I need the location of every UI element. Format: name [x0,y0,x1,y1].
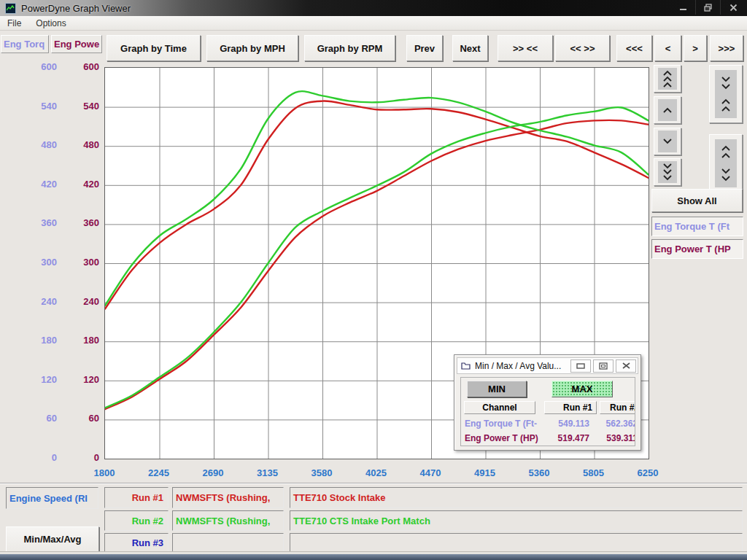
tab-eng-torque[interactable]: Eng Torq [1,35,49,53]
y-tick-power-0: 0 [58,452,99,463]
scroll-right-fast-button[interactable]: >>> [710,35,743,61]
graph-by-rpm-button[interactable]: Graph by RPM [304,35,395,61]
y-tick-torque-540: 540 [6,101,57,112]
x-tick-4470: 4470 [409,467,452,478]
minmax-body: MIN MAX Channel Run #1 Run #2 Eng Torque… [460,377,635,446]
max-toggle-button[interactable]: MAX [551,381,613,397]
y-tick-power-180: 180 [58,335,99,346]
y-scale-down-button[interactable] [654,128,681,155]
graph-by-mph-button[interactable]: Graph by MPH [206,35,298,61]
x-tick-2690: 2690 [191,467,235,478]
taskbar-edge [0,554,747,560]
min-toggle-button[interactable]: MIN [467,381,527,397]
y-scale-up-button[interactable] [654,96,681,124]
minmax-title-bar[interactable]: Min / Max / Avg Valu... [457,357,638,374]
y-tick-torque-420: 420 [6,179,57,190]
scroll-left-fast-button[interactable]: <<< [616,35,652,61]
run3-label[interactable]: Run #3 [104,533,169,553]
x-axis-channel-button[interactable]: Engine Speed (RI [6,487,98,509]
prev-button[interactable]: Prev [406,35,443,61]
minimize-icon [679,4,688,11]
y-tick-power-240: 240 [58,296,99,307]
y-tick-torque-0: 0 [6,452,57,463]
graph-by-time-button[interactable]: Graph by Time [107,35,201,61]
bottom-panel-divider [0,483,747,484]
y-tick-torque-240: 240 [6,296,57,307]
run1-label[interactable]: Run #1 [104,487,169,508]
x-tick-2245: 2245 [137,467,181,478]
triple-chevron-up-icon [658,68,677,90]
column-header-channel[interactable]: Channel [464,401,535,414]
scroll-left-button[interactable]: < [654,35,681,61]
x-tick-5360: 5360 [517,467,561,478]
y-tick-power-360: 360 [58,217,99,228]
window-title: PowerDyne Graph Viewer [21,3,131,14]
minmax-power-run2-value: 539.311 [594,433,635,443]
y-tick-torque-120: 120 [6,374,57,385]
x-tick-6250: 6250 [626,467,670,478]
powerdyne-app-window: { "window": { "title": "PowerDyne Graph … [0,0,747,560]
triple-chevron-down-icon [658,161,677,183]
power-channel-label[interactable]: Eng Power T (HP [651,239,743,259]
run1-file[interactable]: NWMSFTS (Rushing, [172,487,284,508]
run2-description[interactable]: TTE710 CTS Intake Port Match [290,510,743,531]
y-tick-torque-600: 600 [6,61,57,72]
scroll-right-button[interactable]: > [684,35,707,61]
minmax-window-title: Min / Max / Avg Valu... [475,361,561,371]
y-expand-button[interactable] [709,134,743,192]
run2-file[interactable]: NWMSFTS (Rushing, [172,510,284,531]
minmax-window[interactable]: Min / Max / Avg Valu... MIN MAX Channel … [454,354,641,451]
y-tick-power-600: 600 [58,61,99,72]
close-button[interactable] [721,0,746,15]
minmax-avg-button[interactable]: Min/Max/Avg [6,526,99,552]
show-all-button[interactable]: Show All [651,189,743,212]
y-tick-power-300: 300 [58,257,99,268]
y-tick-power-480: 480 [58,139,99,150]
next-button[interactable]: Next [452,35,488,61]
run2-label[interactable]: Run #2 [104,510,169,531]
x-tick-4025: 4025 [355,467,398,478]
y-tick-power-120: 120 [58,374,99,385]
minmax-row-torque-channel: Eng Torque T (Ft- [465,419,537,429]
chevron-up-icon [658,99,677,121]
y-tick-power-540: 540 [58,101,99,112]
close-icon [622,362,630,369]
minimize-icon [576,363,585,369]
window-controls [671,0,746,16]
minimize-button[interactable] [671,0,696,15]
y-tick-power-420: 420 [58,179,99,190]
minmax-restore-button[interactable] [593,359,614,373]
tab-eng-power[interactable]: Eng Powe [51,35,102,53]
zoom-out-button[interactable]: << >> [555,35,610,61]
minmax-close-button[interactable] [616,359,636,373]
y-compress-button[interactable] [709,65,743,123]
menu-file[interactable]: File [0,18,28,28]
x-tick-3135: 3135 [246,467,290,478]
run1-description[interactable]: TTE710 Stock Intake [290,487,743,508]
minmax-torque-run1-value: 549.113 [541,419,589,429]
restore-icon [704,4,713,12]
y-tick-torque-180: 180 [6,335,57,346]
chevron-down-icon [658,131,677,152]
minmax-torque-run2-value: 562.362 [594,419,635,429]
minmax-row-power-channel: Eng Power T (HP) [465,433,538,443]
minmax-minimize-button[interactable] [570,359,591,373]
app-icon [5,3,16,14]
x-tick-3580: 3580 [300,467,344,478]
x-tick-1800: 1800 [82,467,126,478]
y-tick-torque-60: 60 [6,413,57,424]
restore-button[interactable] [696,0,721,15]
y-scale-up-fast-button[interactable] [654,65,681,93]
run3-description[interactable] [290,533,743,553]
menu-options[interactable]: Options [28,18,73,28]
compress-chevrons-icon [715,70,737,118]
zoom-in-button[interactable]: >> << [498,35,553,61]
column-header-run2[interactable]: Run #2 [600,401,635,414]
run3-file[interactable] [172,533,284,553]
title-bar: PowerDyne Graph Viewer [0,0,747,16]
y-tick-torque-480: 480 [6,139,57,150]
restore-icon [599,362,608,370]
torque-channel-label[interactable]: Eng Torque T (Ft [651,217,743,236]
y-scale-down-fast-button[interactable] [654,158,681,186]
column-header-run1[interactable]: Run #1 [544,401,597,414]
